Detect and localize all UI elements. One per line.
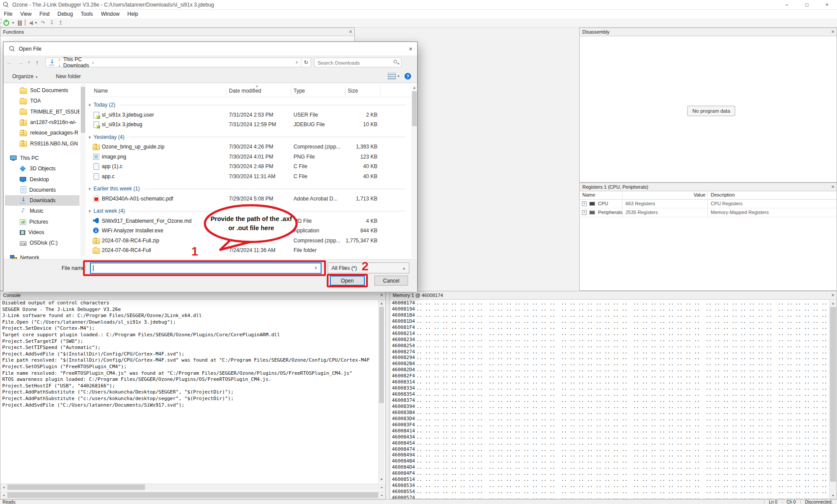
maximize-button[interactable]: □ [797,0,817,9]
column-divider[interactable] [345,86,346,95]
close-icon[interactable]: × [831,29,834,35]
chevron-down-icon[interactable]: ▾ [398,74,399,78]
menu-item[interactable]: Find [35,10,53,18]
console-line[interactable]: File path resolved: "$(InstallDir)/Confi… [0,357,376,364]
file-list-row[interactable]: ∨ Earlier this week (1) [87,181,412,194]
scrollbar-thumb[interactable] [7,484,145,490]
group-label[interactable]: Earlier this week (1) [93,186,140,192]
address-dropdown-icon[interactable]: ∨ [295,60,301,64]
console-line[interactable]: Disabled output of control characters [0,300,376,307]
breadcrumb-item[interactable]: Downloads [55,62,89,69]
group-label[interactable]: Last week (4) [93,208,125,214]
group-collapse-icon[interactable]: ∨ [88,103,93,107]
menu-item[interactable]: Help [124,10,142,18]
sidebar-item[interactable]: TOA [5,96,80,106]
column-divider[interactable] [226,86,227,95]
scroll-left-icon[interactable]: ◂ [0,484,7,490]
memory-vertical-scrollbar[interactable]: ▲ ▼ [829,300,837,499]
minimize-button[interactable]: – [777,0,797,9]
menu-item[interactable]: Window [97,10,124,18]
breadcrumb-item[interactable]: This PC [55,56,89,62]
panel-splitter[interactable] [386,291,390,499]
file-list-row[interactable]: ∨ sl_si91x 3.jdebug.user 7/31/2024 2:53 … [87,110,412,120]
group-label[interactable]: Today (2) [93,102,115,108]
console-vertical-scrollbar[interactable]: ▲ ▼ [378,300,384,483]
column-divider[interactable] [291,86,291,95]
scroll-up-icon[interactable]: ▲ [830,300,837,307]
column-type[interactable]: Type [294,88,305,94]
sidebar-item[interactable]: Music [5,206,80,216]
scroll-right-icon[interactable]: ▸ [379,492,385,498]
file-list-row[interactable]: ∨ Ozone_bring_up_guide.zip 7/30/2024 4:2… [87,142,412,152]
new-folder-button[interactable]: New folder [56,73,81,79]
column-date-modified[interactable]: Date modified [229,88,261,94]
console-line[interactable]: Project.SetTIFSpeed ("Automatic"); [0,345,376,351]
column-size[interactable]: Size [348,88,358,94]
dock-horizontal-scrollbar[interactable]: ◂ ▸ [0,491,385,498]
sidebar-scrollbar[interactable] [80,84,86,256]
console-line[interactable]: Project.SetHostIF ("USB", "440268166"); [0,383,376,390]
sidebar-item[interactable]: RS9116.NB0.NL.GN [5,138,80,148]
console-line[interactable]: Project.SetTargetIF ("SWD"); [0,338,376,345]
refresh-button[interactable]: ↻ [301,58,311,67]
sidebar-item[interactable]: This PC [5,153,80,163]
chevron-down-icon[interactable]: ∨ [314,266,317,270]
sidebar-item[interactable]: Downloads [5,195,80,206]
column-name[interactable]: Name [94,88,108,94]
console-line[interactable]: J-Link software found at: C:/Program Fil… [0,313,376,319]
scroll-down-icon[interactable]: ▼ [379,476,384,483]
file-list-row[interactable]: ∨ Yesterday (4) [87,130,412,142]
group-collapse-icon[interactable]: ∨ [88,186,93,191]
close-icon[interactable]: × [380,293,383,298]
history-dropdown-icon[interactable]: ∨ [26,60,31,64]
column-divider[interactable] [380,86,380,95]
console-line[interactable]: File.Open ("C:/Users/latanner/Downloads/… [0,319,376,326]
sidebar-item[interactable]: an1287-rs9116n-wi- [5,117,80,128]
pause-icon[interactable]: ▌▌ [16,19,24,27]
file-list-row[interactable]: ∨ Today (2) [87,97,412,110]
close-button[interactable]: × [817,0,837,9]
console-line[interactable]: SEGGER Ozone - The J-Link Debugger V3.26… [0,307,376,313]
sidebar-item[interactable]: Videos [5,227,80,238]
file-list-row[interactable]: ∨ app (1).c 7/30/2024 2:48 PM C File 40 … [87,162,412,172]
close-icon[interactable]: × [831,293,834,298]
group-collapse-icon[interactable]: ∨ [88,209,93,213]
expand-icon[interactable]: + [582,210,587,215]
menu-item[interactable]: Tools [77,10,97,18]
step-over-icon[interactable]: ↷ [39,19,47,27]
group-collapse-icon[interactable]: ∨ [88,135,93,139]
file-list-scrollbar[interactable]: ▲ [412,85,417,258]
scroll-right-icon[interactable]: ▸ [379,484,385,490]
group-label[interactable]: Yesterday (4) [93,134,125,140]
breadcrumb-trailing-chevron[interactable] [89,59,97,66]
forward-button[interactable]: → [15,59,26,66]
menu-item[interactable]: File [0,10,16,18]
scroll-left-icon[interactable]: ◂ [0,492,7,498]
search-input[interactable] [317,59,393,67]
registers-col-value[interactable]: Value [694,192,706,197]
up-button[interactable]: ↑ [31,59,43,66]
console-line[interactable]: Project.AddSvdFile ("C:/Users/latanner/D… [0,402,376,409]
scroll-down-icon[interactable]: ▼ [830,492,837,499]
sidebar-item[interactable]: release_packages-R [5,128,80,138]
reset-icon[interactable]: ▏◀ [25,19,33,27]
back-button[interactable]: ← [3,59,15,66]
scrollbar-thumb[interactable] [412,91,417,126]
close-icon[interactable]: × [349,29,352,35]
help-button[interactable]: ? [405,73,411,79]
registers-col-name[interactable]: Name [582,192,595,197]
console-line[interactable]: Project.AddPathSubstitute ("C:/Users/kok… [0,389,376,396]
sidebar-item[interactable]: TRIMBLE_BT_ISSUE [5,107,80,117]
step-out-icon[interactable]: ↥ [56,19,64,27]
file-list-row[interactable]: ∨ app.c 7/30/2024 11:31 AM C File 40 KB [87,172,412,182]
sidebar-item[interactable]: OSDisk (C:) [5,238,80,248]
power-icon[interactable] [2,19,10,27]
organize-button[interactable]: Organize▾ [12,73,38,79]
sidebar-item[interactable]: SoC Documents [5,85,80,96]
scroll-up-icon[interactable]: ▲ [412,85,417,90]
console-line[interactable]: Project.SetOSPlugin ("FreeRTOSPlugin_CM4… [0,364,376,370]
view-mode-icon[interactable] [388,73,396,79]
power-dropdown-icon[interactable]: ▾ [11,19,15,27]
console-line[interactable]: Target core support plugin loaded.: C:/P… [0,332,376,338]
console-line[interactable]: File name resolved: "FreeRTOSPlugin_CM4.… [0,370,376,377]
